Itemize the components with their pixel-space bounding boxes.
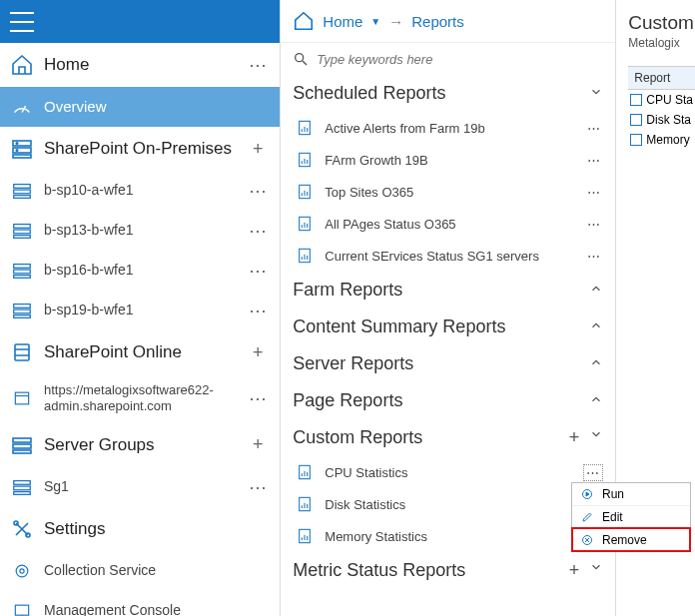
svg-rect-17 <box>15 344 29 360</box>
chevron-up-icon[interactable] <box>589 392 603 410</box>
search-icon[interactable] <box>293 51 309 67</box>
more-icon[interactable]: ⋯ <box>585 153 603 168</box>
more-icon[interactable]: ⋯ <box>583 464 603 481</box>
grid-row[interactable]: Memory <box>628 130 695 150</box>
nav-collection-service[interactable]: Collection Service <box>0 551 280 591</box>
nav-server-group-item[interactable]: Sg1 ⋯ <box>0 467 280 507</box>
report-row[interactable]: Memory Statistics⋯ <box>281 520 615 552</box>
report-label: All PAges Status O365 <box>325 217 575 232</box>
nav-server[interactable]: b-sp10-a-wfe1 ⋯ <box>0 171 280 211</box>
svg-rect-20 <box>13 444 31 448</box>
svg-point-4 <box>16 150 18 152</box>
nav-label: Settings <box>44 518 270 539</box>
more-icon[interactable]: ⋯ <box>585 217 603 232</box>
chevron-down-icon[interactable] <box>589 85 603 103</box>
svg-rect-16 <box>14 315 31 318</box>
chevron-up-icon[interactable] <box>589 355 603 373</box>
gauge-icon <box>10 95 34 119</box>
more-icon[interactable]: ⋯ <box>246 54 270 76</box>
section-farm[interactable]: Farm Reports <box>281 272 615 308</box>
nav-sharepoint-onprem[interactable]: SharePoint On-Premises + <box>0 127 280 171</box>
nav-spo-site[interactable]: https://metalogixsoftware622-admin.share… <box>0 374 280 423</box>
more-icon[interactable]: ⋯ <box>246 300 270 321</box>
nav-server[interactable]: b-sp13-b-wfe1 ⋯ <box>0 211 280 251</box>
section-page-reports[interactable]: Page Reports <box>281 382 615 419</box>
chevron-up-icon[interactable] <box>589 282 603 300</box>
section-header[interactable]: Scheduled Reports <box>281 75 615 112</box>
header-bar <box>0 0 280 43</box>
more-icon[interactable]: ⋯ <box>246 387 270 409</box>
chevron-up-icon[interactable] <box>589 318 603 336</box>
plus-icon[interactable]: + <box>246 139 270 160</box>
checkbox-icon[interactable] <box>630 134 642 146</box>
breadcrumb-reports[interactable]: Reports <box>411 13 464 30</box>
report-label: Disk Statistics <box>325 497 575 512</box>
report-icon <box>297 246 315 266</box>
chevron-down-icon[interactable] <box>589 427 603 448</box>
nav-label: Management Console <box>44 602 270 616</box>
more-icon[interactable]: ⋯ <box>585 249 603 264</box>
nav-server[interactable]: b-sp16-b-wfe1 ⋯ <box>0 251 280 291</box>
section-content-summary[interactable]: Content Summary Reports <box>281 308 615 345</box>
report-row[interactable]: FArm Growth 19B⋯ <box>281 144 615 176</box>
svg-rect-12 <box>14 270 31 274</box>
svg-rect-6 <box>14 190 31 194</box>
grid-header[interactable]: Report <box>628 67 695 90</box>
more-icon[interactable]: ⋯ <box>585 121 603 136</box>
nav-home[interactable]: Home ⋯ <box>0 43 280 87</box>
breadcrumb-home[interactable]: Home <box>323 13 362 30</box>
nav-server[interactable]: b-sp19-b-wfe1 ⋯ <box>0 291 280 330</box>
search-input[interactable] <box>317 52 603 67</box>
report-label: Active Alerts from Farm 19b <box>325 121 575 136</box>
report-row[interactable]: Current SErvices Status SG1 servers⋯ <box>281 240 615 272</box>
svg-point-27 <box>16 565 28 577</box>
context-menu: Run Edit Remove <box>571 482 691 552</box>
more-icon[interactable]: ⋯ <box>585 185 603 200</box>
svg-point-30 <box>296 54 304 62</box>
checkbox-icon[interactable] <box>630 94 642 106</box>
more-icon[interactable]: ⋯ <box>246 476 270 498</box>
nav-management-console[interactable]: Management Console <box>0 591 280 617</box>
plus-icon[interactable]: + <box>246 342 270 363</box>
svg-rect-24 <box>14 491 31 494</box>
checkbox-icon[interactable] <box>630 114 642 126</box>
more-icon[interactable]: ⋯ <box>246 220 270 242</box>
report-row[interactable]: Active Alerts from Farm 19b⋯ <box>281 112 615 144</box>
nav-label: SharePoint Online <box>44 341 246 362</box>
home-icon[interactable] <box>293 10 315 32</box>
dropdown-caret-icon[interactable]: ▼ <box>370 16 380 27</box>
section-metric-status[interactable]: Metric Status Reports+ <box>281 552 615 589</box>
remove-icon <box>580 533 594 547</box>
report-icon <box>297 494 315 514</box>
svg-rect-19 <box>13 438 31 442</box>
chevron-down-icon[interactable] <box>589 560 603 581</box>
nav-sharepoint-online[interactable]: SharePoint Online + <box>0 330 280 374</box>
nav-server-groups[interactable]: Server Groups + <box>0 423 280 467</box>
nav-label: Overview <box>44 98 270 117</box>
plus-icon[interactable]: + <box>569 427 580 448</box>
svg-point-3 <box>16 143 18 145</box>
nav-settings[interactable]: Settings <box>0 507 280 551</box>
grid-row[interactable]: CPU Sta <box>628 90 695 110</box>
grid-row[interactable]: Disk Sta <box>628 110 695 130</box>
nav-overview[interactable]: Overview <box>0 87 280 127</box>
svg-rect-18 <box>15 392 28 404</box>
report-row[interactable]: CPU Statistics⋯ <box>281 456 615 488</box>
grid-header-label: Report <box>634 71 670 85</box>
section-custom: Custom Reports + CPU Statistics⋯ Disk St… <box>281 419 615 552</box>
section-header[interactable]: Custom Reports + <box>281 419 615 456</box>
menu-remove[interactable]: Remove <box>572 528 690 551</box>
report-label: CPU Statistics <box>325 465 573 480</box>
section-server-reports[interactable]: Server Reports <box>281 345 615 382</box>
more-icon[interactable]: ⋯ <box>246 260 270 282</box>
report-row[interactable]: Disk Statistics⋯ <box>281 488 615 520</box>
report-icon <box>297 214 315 234</box>
report-row[interactable]: All PAges Status O365⋯ <box>281 208 615 240</box>
plus-icon[interactable]: + <box>569 560 580 581</box>
menu-run[interactable]: Run <box>572 483 690 505</box>
more-icon[interactable]: ⋯ <box>246 180 270 202</box>
menu-edit[interactable]: Edit <box>572 505 690 528</box>
report-row[interactable]: Top Sites O365⋯ <box>281 176 615 208</box>
plus-icon[interactable]: + <box>246 434 270 455</box>
hamburger-icon[interactable] <box>10 12 34 32</box>
